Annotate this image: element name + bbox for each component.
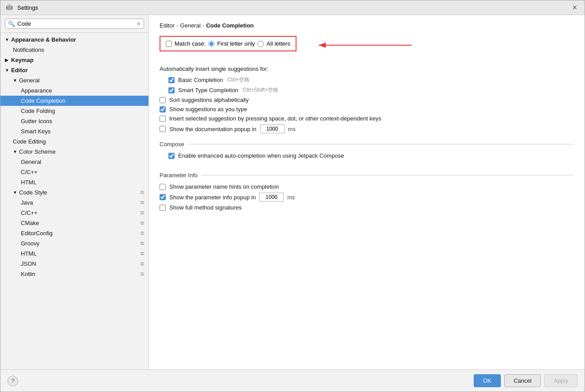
match-case-row: Match case: First letter only All letter… <box>166 40 290 47</box>
sidebar-item-appearance-behavior[interactable]: Appearance & Behavior <box>0 35 148 45</box>
sidebar-item-label: Appearance & Behavior <box>11 36 76 43</box>
insert-space-label: Insert selected suggestion by pressing s… <box>169 115 381 122</box>
all-letters-label: All letters <box>266 40 290 47</box>
sidebar-item-groovy[interactable]: Groovy ⧉ <box>0 238 148 248</box>
sidebar-item-appearance[interactable]: Appearance <box>0 85 148 96</box>
show-doc-popup-row: Show the documentation popup in ms <box>160 123 574 135</box>
android-icon: 🤖 <box>6 4 14 12</box>
red-arrow <box>314 40 416 53</box>
sidebar-item-label: Code Editing <box>13 138 46 145</box>
compose-checkbox-row: Enable enhanced auto-completion when usi… <box>168 151 574 160</box>
sidebar-item-cmake[interactable]: CMake ⧉ <box>0 218 148 228</box>
show-param-popup-input[interactable] <box>259 193 284 202</box>
smart-type-checkbox[interactable] <box>168 87 175 93</box>
sidebar-item-label: C/C++ <box>21 210 38 216</box>
sidebar-item-json[interactable]: JSON ⧉ <box>0 259 148 269</box>
basic-completion-checkbox[interactable] <box>168 77 175 83</box>
sidebar: 🔍 ✕ Appearance & Behavior Notifications <box>0 15 149 369</box>
sidebar-item-label: Code Style <box>19 189 47 196</box>
show-param-name-checkbox[interactable] <box>160 184 166 190</box>
param-info-divider-line <box>201 175 574 175</box>
search-input-wrap: 🔍 ✕ <box>5 19 144 29</box>
insert-space-checkbox[interactable] <box>160 116 166 122</box>
copy-icon: ⧉ <box>140 220 144 226</box>
clear-button[interactable]: ✕ <box>136 21 141 27</box>
copy-icon: ⧉ <box>140 261 144 267</box>
sidebar-item-label: Smart Keys <box>21 128 51 135</box>
smart-type-row: Smart Type Completion Ctrl+Shift+空格 <box>168 85 574 95</box>
bottom-right-buttons: OK Cancel Apply <box>474 374 577 387</box>
sidebar-item-cs-general[interactable]: General <box>0 157 148 167</box>
breadcrumb: Editor › General › Code Completion <box>160 22 574 29</box>
sidebar-item-cs-cpp[interactable]: C/C++ <box>0 167 148 177</box>
show-full-signatures-checkbox[interactable] <box>160 205 166 211</box>
sort-suggestions-label: Sort suggestions alphabetically <box>169 97 249 103</box>
compose-label: Compose <box>160 141 184 147</box>
copy-icon: ⧉ <box>140 200 144 206</box>
sidebar-item-keymap[interactable]: Keymap <box>0 55 148 65</box>
basic-completion-row: Basic Completion Ctrl+空格 <box>168 75 574 85</box>
sidebar-item-label: Color Scheme <box>19 148 55 155</box>
basic-completion-label: Basic Completion Ctrl+空格 <box>178 76 250 84</box>
sidebar-item-label: EditorConfig <box>21 230 53 237</box>
show-doc-popup-checkbox[interactable] <box>160 126 166 132</box>
match-case-checkbox[interactable] <box>166 41 172 47</box>
sidebar-item-label: C/C++ <box>21 169 38 175</box>
show-param-popup-checkbox[interactable] <box>160 194 166 200</box>
sidebar-item-kotlin[interactable]: Kotlin ⧉ <box>0 269 148 279</box>
sidebar-item-java[interactable]: Java ⧉ <box>0 198 148 208</box>
sidebar-item-color-scheme[interactable]: Color Scheme <box>0 147 148 157</box>
param-info-label: Parameter Info <box>160 172 198 179</box>
basic-completion-shortcut: Ctrl+空格 <box>227 76 250 84</box>
show-param-popup-label: Show the parameter info popup in <box>169 194 256 201</box>
show-doc-ms-label: ms <box>288 126 296 132</box>
sort-suggestions-checkbox[interactable] <box>160 97 166 103</box>
help-button[interactable]: ? <box>8 376 18 386</box>
sidebar-item-notifications[interactable]: Notifications <box>0 45 148 55</box>
compose-checkbox[interactable] <box>168 153 175 159</box>
sidebar-item-label: Code Completion <box>21 97 65 104</box>
breadcrumb-sep2: › <box>203 22 204 29</box>
sidebar-item-code-style[interactable]: Code Style ⧉ <box>0 187 148 198</box>
copy-icon: ⧉ <box>140 210 144 216</box>
copy-icon: ⧉ <box>140 190 144 195</box>
sidebar-item-code-completion[interactable]: Code Completion <box>0 96 148 106</box>
show-suggestions-checkbox[interactable] <box>160 106 166 113</box>
sidebar-item-html-style[interactable]: HTML ⧉ <box>0 248 148 259</box>
compose-divider-line <box>188 144 574 144</box>
sidebar-item-label: Code Folding <box>21 108 55 114</box>
sidebar-item-code-editing[interactable]: Code Editing <box>0 136 148 147</box>
expand-icon <box>13 190 17 195</box>
sidebar-item-code-folding[interactable]: Code Folding <box>0 106 148 116</box>
spacer <box>160 160 574 166</box>
show-full-signatures-row: Show full method signatures <box>160 203 574 212</box>
cancel-button[interactable]: Cancel <box>504 374 541 387</box>
match-case-section: Match case: First letter only All letter… <box>160 36 574 57</box>
param-info-section-divider: Parameter Info <box>160 172 574 179</box>
sidebar-item-gutter-icons[interactable]: Gutter Icons <box>0 116 148 126</box>
sidebar-item-label: General <box>19 77 39 84</box>
sidebar-item-label: Keymap <box>11 57 34 63</box>
sidebar-item-general[interactable]: General <box>0 75 148 85</box>
ok-button[interactable]: OK <box>474 374 501 387</box>
sidebar-item-label: Appearance <box>21 87 52 94</box>
breadcrumb-current: Code Completion <box>206 22 254 29</box>
sidebar-item-label: Java <box>21 199 33 206</box>
first-letter-radio[interactable] <box>208 41 214 47</box>
sidebar-item-label: JSON <box>21 260 36 267</box>
all-letters-radio[interactable] <box>257 41 264 47</box>
bottom-bar: ? OK Cancel Apply <box>0 369 585 392</box>
sidebar-item-editorconfig[interactable]: EditorConfig ⧉ <box>0 228 148 238</box>
sidebar-item-editor[interactable]: Editor <box>0 65 148 75</box>
sidebar-item-cpp[interactable]: C/C++ ⧉ <box>0 208 148 218</box>
apply-button[interactable]: Apply <box>544 374 577 387</box>
close-button[interactable]: ✕ <box>570 3 579 12</box>
search-box: 🔍 ✕ <box>0 15 148 33</box>
insert-space-row: Insert selected suggestion by pressing s… <box>160 114 574 123</box>
search-input[interactable] <box>17 20 134 27</box>
sidebar-item-smart-keys[interactable]: Smart Keys <box>0 126 148 136</box>
show-param-ms-label: ms <box>287 194 295 201</box>
sidebar-item-cs-html[interactable]: HTML <box>0 177 148 187</box>
show-doc-popup-input[interactable] <box>260 124 285 133</box>
copy-icon: ⧉ <box>140 251 144 256</box>
